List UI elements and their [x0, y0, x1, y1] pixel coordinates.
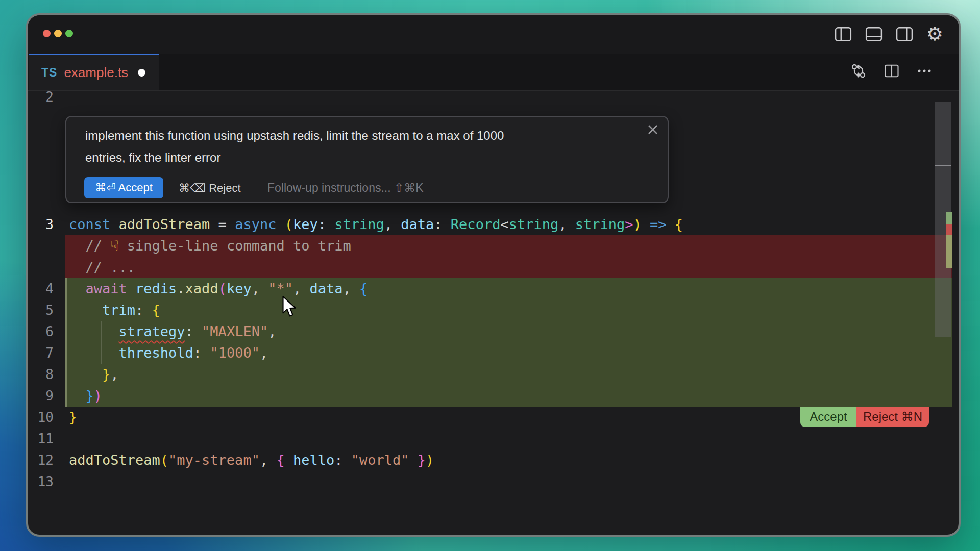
- line-number: 4: [28, 278, 54, 299]
- line-number: 7: [28, 342, 54, 364]
- line-number: 9: [28, 385, 54, 407]
- code-token: "*": [268, 281, 293, 296]
- code-token: string: [509, 216, 559, 232]
- code-line[interactable]: }: [69, 407, 77, 428]
- diff-reject-button[interactable]: Reject ⌘N: [856, 407, 929, 427]
- code-token: [276, 216, 284, 232]
- code-token: hello: [293, 452, 334, 468]
- code-line[interactable]: threshold: "1000",: [69, 342, 268, 364]
- code-token: {: [276, 452, 284, 468]
- code-line[interactable]: strategy: "MAXLEN",: [69, 321, 276, 342]
- code-token: >: [625, 216, 633, 232]
- title-bar[interactable]: ⚙: [28, 15, 959, 54]
- code-token: "1000": [210, 345, 260, 361]
- followup-instructions-input[interactable]: Follow-up instructions... ⇧⌘K: [267, 181, 424, 195]
- code-token: [69, 366, 102, 382]
- overview-removed-marker: [946, 224, 952, 235]
- code-line[interactable]: // ...: [69, 257, 135, 278]
- code-line[interactable]: await redis.xadd(key, "*", data, {: [69, 278, 368, 299]
- modified-dot-icon[interactable]: [138, 69, 145, 77]
- code-token: [69, 302, 102, 318]
- inline-ai-prompt-widget: implement this function using upstash re…: [65, 116, 669, 203]
- editor-window: 23const addToStream = async (key: string…: [26, 13, 961, 537]
- more-actions-icon[interactable]: [917, 63, 932, 81]
- code-token: ☟: [110, 238, 118, 254]
- code-token: ,: [558, 216, 575, 232]
- code-token: :: [318, 216, 335, 232]
- code-line[interactable]: const addToStream = async (key: string, …: [69, 214, 683, 235]
- prompt-text-line2: entries, fix the linter error: [85, 150, 220, 165]
- code-token: [69, 388, 86, 404]
- code-line[interactable]: },: [69, 364, 119, 385]
- tab-example-ts[interactable]: TS example.ts: [29, 54, 159, 90]
- code-token: ): [426, 452, 434, 468]
- settings-gear-icon[interactable]: ⚙: [926, 24, 943, 44]
- editor-area[interactable]: 23const addToStream = async (key: string…: [28, 15, 959, 535]
- prompt-text-line1: implement this function using upstash re…: [85, 128, 504, 143]
- code-token: strategy: [119, 323, 185, 339]
- desktop-background: 23const addToStream = async (key: string…: [0, 0, 980, 551]
- diff-action-bar: Accept Reject ⌘N: [800, 407, 929, 427]
- code-token: :: [135, 302, 152, 318]
- code-token: xadd: [185, 281, 218, 296]
- code-line[interactable]: // ☟ single-line command to trim: [69, 235, 351, 257]
- line-number: 6: [28, 321, 54, 342]
- added-block-gutter-marker: [65, 278, 67, 407]
- split-editor-icon[interactable]: [884, 63, 899, 81]
- code-token: ): [633, 216, 642, 232]
- code-token: (: [218, 281, 227, 296]
- code-token: [69, 259, 86, 275]
- code-token: [110, 216, 118, 232]
- tab-bar: TS example.ts: [28, 54, 959, 91]
- code-token: [69, 345, 119, 361]
- code-token: =>: [650, 216, 667, 232]
- diff-added-line-bg: [65, 364, 952, 385]
- code-token: trim: [102, 302, 135, 318]
- code-token: ,: [268, 323, 276, 339]
- close-window-button[interactable]: [43, 30, 51, 37]
- line-number: 11: [28, 428, 54, 449]
- code-line[interactable]: }): [69, 385, 102, 407]
- code-token: .: [177, 281, 185, 296]
- code-line[interactable]: trim: {: [69, 299, 160, 321]
- toggle-right-panel-icon[interactable]: [896, 27, 913, 42]
- line-number: 8: [28, 364, 54, 385]
- diff-accept-button[interactable]: Accept: [800, 407, 856, 427]
- code-token: ,: [293, 281, 310, 296]
- code-token: string: [575, 216, 625, 232]
- code-token: // ...: [86, 259, 136, 275]
- overview-added-marker: [946, 212, 952, 224]
- code-token: [642, 216, 650, 232]
- line-number: 5: [28, 299, 54, 321]
- code-token: single-line command to trim: [119, 238, 351, 254]
- accept-button[interactable]: ⌘⏎ Accept: [84, 177, 163, 198]
- toggle-bottom-panel-icon[interactable]: [865, 27, 883, 42]
- code-token: [667, 216, 675, 232]
- code-token: async: [235, 216, 276, 232]
- zoom-window-button[interactable]: [65, 30, 73, 37]
- diff-added-line-bg: [65, 299, 952, 321]
- code-token: ,: [252, 281, 268, 296]
- code-token: "world": [351, 452, 409, 468]
- code-token: =: [210, 216, 235, 232]
- code-token: const: [69, 216, 110, 232]
- scrollbar-marker-line: [935, 165, 951, 166]
- line-number: [28, 235, 54, 257]
- toggle-left-panel-icon[interactable]: [835, 27, 852, 42]
- open-changes-icon[interactable]: [850, 63, 867, 81]
- code-token: ,: [260, 452, 277, 468]
- code-line[interactable]: addToStream("my-stream", { hello: "world…: [69, 449, 434, 471]
- code-token: }: [418, 452, 426, 468]
- reject-button[interactable]: ⌘⌫ Reject: [179, 182, 241, 195]
- line-number: 3: [28, 214, 54, 235]
- code-token: :: [185, 323, 202, 339]
- code-token: ,: [110, 366, 118, 382]
- code-token: {: [152, 302, 160, 318]
- code-token: :: [193, 345, 210, 361]
- code-token: ,: [343, 281, 360, 296]
- close-icon[interactable]: [646, 123, 659, 136]
- minimize-window-button[interactable]: [54, 30, 62, 37]
- code-token: :: [334, 452, 351, 468]
- code-token: ,: [384, 216, 401, 232]
- code-token: //: [86, 238, 111, 254]
